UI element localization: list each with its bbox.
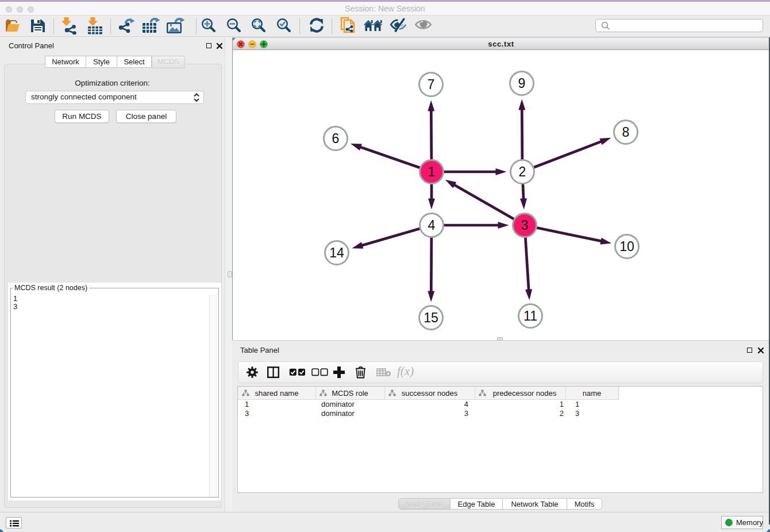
svg-text:10: 10 [619,239,634,254]
svg-text:11: 11 [523,309,537,323]
svg-text:7: 7 [428,77,435,92]
svg-text:3: 3 [521,218,529,233]
svg-text:4: 4 [428,218,436,233]
svg-text:6: 6 [332,131,340,146]
svg-text:9: 9 [518,76,526,91]
svg-text:14: 14 [329,245,344,260]
svg-text:2: 2 [519,164,526,179]
svg-text:15: 15 [424,310,438,325]
svg-text:8: 8 [622,125,630,140]
svg-text:1: 1 [428,164,436,179]
